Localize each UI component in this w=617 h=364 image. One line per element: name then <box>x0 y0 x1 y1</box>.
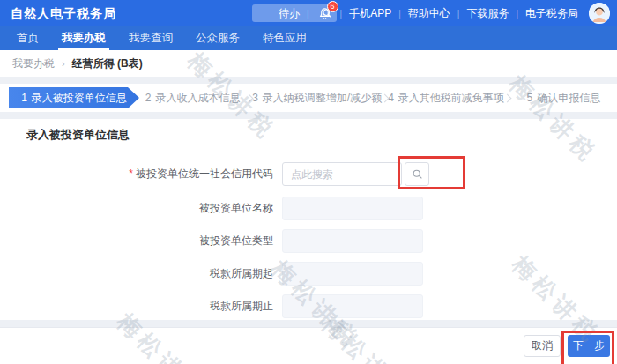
section-title: 录入被投资单位信息 <box>26 127 130 143</box>
app-title: 自然人电子税务局 <box>11 0 116 26</box>
step-1-active: 1 录入被投资单位信息 <box>9 87 139 108</box>
form-row-credit-code: *被投资单位统一社会信用代码 <box>0 162 617 186</box>
unit-type-input <box>282 229 423 253</box>
step-3: 3 录入纳税调整增加/减少额 <box>252 91 382 106</box>
form-row-period-start: 税款所属期起 <box>0 262 617 286</box>
nav-item-home[interactable]: 首页 <box>5 26 50 50</box>
unit-name-input <box>282 197 423 220</box>
breadcrumb-separator: › <box>62 58 65 69</box>
step-4: 4 录入其他税前减免事项 <box>388 91 504 106</box>
nav-item-query[interactable]: 我要查询 <box>117 26 184 50</box>
credit-code-input[interactable] <box>282 162 402 186</box>
nav-item-public-service[interactable]: 公众服务 <box>184 26 251 50</box>
menu-item-todo[interactable]: 待办 <box>271 6 307 21</box>
field-label: *被投资单位统一社会信用代码 <box>0 167 273 182</box>
top-header-bar: 自然人电子税务局 待办 | 6 | 手机APP | 帮助中心 | 下载服务 | … <box>0 0 617 26</box>
nav-item-featured-apps[interactable]: 特色应用 <box>251 26 318 50</box>
step-number: 2 <box>145 92 152 104</box>
next-step-button[interactable]: 下一步 <box>568 335 610 357</box>
header-menu: 待办 | 6 | 手机APP | 帮助中心 | 下载服务 | 电子税务局 <box>271 0 617 26</box>
step-2: 2 录入收入成本信息 <box>139 91 246 106</box>
credit-code-search-button[interactable] <box>405 162 429 186</box>
step-number: 5 <box>527 92 533 104</box>
form-row-unit-name: 被投资单位名称 <box>0 197 617 220</box>
field-label: 税款所属期止 <box>0 299 273 314</box>
required-mark: * <box>129 167 133 180</box>
menu-item-mobile-app[interactable]: 手机APP <box>342 6 398 21</box>
step-5: 5 确认申报信息 <box>510 91 617 106</box>
breadcrumb-parent[interactable]: 我要办税 <box>12 56 55 71</box>
primary-nav: 首页 我要办税 我要查询 公众服务 特色应用 <box>0 26 617 50</box>
cancel-button[interactable]: 取消 <box>524 335 561 357</box>
search-icon <box>412 168 423 180</box>
user-avatar[interactable] <box>589 3 610 24</box>
step-label: 录入其他税前减免事项 <box>398 91 504 106</box>
form-row-period-end: 税款所属期止 <box>0 294 617 318</box>
field-label: 被投资单位类型 <box>0 234 273 249</box>
form-row-unit-type: 被投资单位类型 <box>0 229 617 253</box>
invested-unit-form-card: 录入被投资单位信息 *被投资单位统一社会信用代码 被投资单位名称 被投资单位类型… <box>0 119 617 320</box>
avatar-image <box>589 3 610 24</box>
step-number: 1 <box>21 92 27 104</box>
wizard-steps: 1 录入被投资单位信息 2 录入收入成本信息 3 录入纳税调整增加/减少额 4 … <box>0 84 617 112</box>
step-label: 录入纳税调整增加/减少额 <box>263 91 382 106</box>
menu-item-etax-bureau[interactable]: 电子税务局 <box>518 6 585 21</box>
period-end-input <box>282 294 423 318</box>
field-label: 税款所属期起 <box>0 266 273 281</box>
step-label: 录入收入成本信息 <box>155 91 240 106</box>
notification-badge: 6 <box>327 1 338 12</box>
menu-item-download-service[interactable]: 下载服务 <box>459 6 516 21</box>
breadcrumb: 我要办税 › 经营所得 (B表) <box>0 50 617 77</box>
notification-bell-button[interactable]: 6 <box>309 0 340 26</box>
step-label: 确认申报信息 <box>537 91 600 106</box>
menu-item-help-center[interactable]: 帮助中心 <box>401 6 457 21</box>
nav-item-tax-handling[interactable]: 我要办税 <box>50 26 117 50</box>
period-start-input <box>282 262 423 286</box>
field-label: 被投资单位名称 <box>0 201 273 216</box>
breadcrumb-current: 经营所得 (B表) <box>72 56 143 71</box>
step-label: 录入被投资单位信息 <box>32 91 127 106</box>
footer-action-bar: 取消 下一步 <box>0 327 617 364</box>
